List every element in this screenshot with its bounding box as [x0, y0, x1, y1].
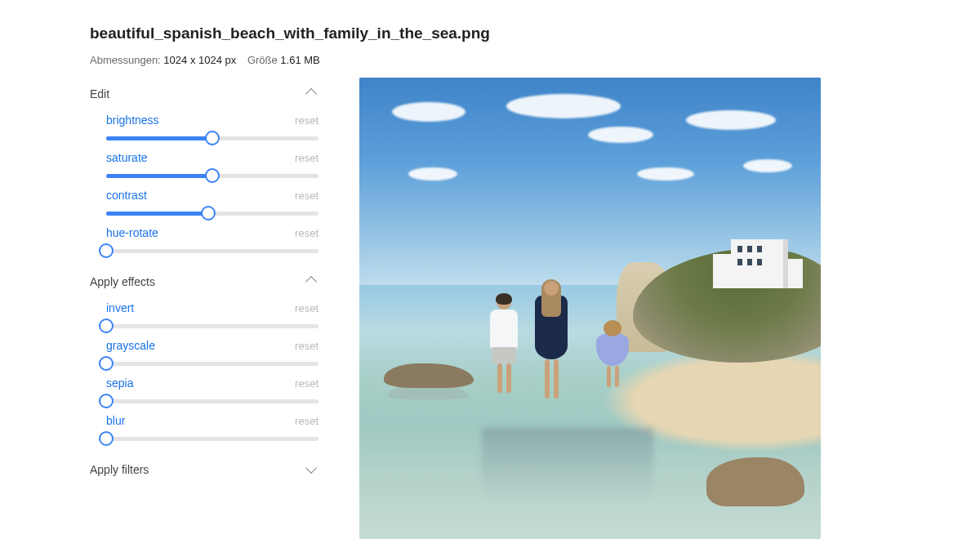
effect-control-invert: invertreset [106, 301, 318, 334]
file-title: beautiful_spanish_beach_with_family_in_t… [90, 24, 980, 42]
chevron-down-icon [305, 462, 317, 474]
edit-controls: brightnessresetsaturateresetcontrastrese… [90, 110, 318, 265]
section-filters-label: Apply filters [90, 463, 149, 476]
slider-thumb-hue-rotate[interactable] [99, 243, 114, 258]
section-effects-header[interactable]: Apply effects [90, 265, 318, 298]
edit-control-brightness: brightnessreset [106, 114, 318, 146]
preview-scene [359, 78, 821, 539]
reset-grayscale[interactable]: reset [295, 340, 318, 352]
slider-label-blur: blur [106, 414, 125, 427]
effect-controls: invertresetgrayscaleresetsepiaresetblurr… [90, 298, 318, 453]
slider-sepia[interactable] [106, 393, 318, 409]
figure-boy [490, 295, 518, 393]
slider-thumb-invert[interactable] [99, 318, 114, 333]
reset-sepia[interactable]: reset [295, 377, 318, 390]
slider-contrast[interactable] [106, 205, 318, 221]
figure-woman [535, 281, 568, 399]
section-effects-label: Apply effects [90, 275, 155, 288]
section-filters-header[interactable]: Apply filters [90, 453, 318, 486]
slider-grayscale[interactable] [106, 355, 318, 372]
dimensions-value: 1024 x 1024 px [163, 54, 236, 66]
dimensions-label: Abmessungen: [90, 54, 161, 66]
reset-brightness[interactable]: reset [295, 114, 318, 127]
slider-label-hue-rotate: hue-rotate [106, 226, 158, 239]
sidebar: Edit brightnessresetsaturateresetcontras… [90, 78, 318, 539]
effect-control-blur: blurreset [106, 414, 318, 447]
effect-control-grayscale: grayscalereset [106, 339, 318, 372]
size-label: Größe [247, 54, 278, 66]
chevron-up-icon [305, 276, 317, 287]
slider-thumb-contrast[interactable] [201, 206, 216, 220]
slider-brightness[interactable] [106, 130, 318, 146]
reset-saturate[interactable]: reset [295, 152, 318, 164]
size-value: 1.61 MB [280, 54, 319, 66]
slider-thumb-sepia[interactable] [99, 394, 114, 408]
slider-label-sepia: sepia [106, 376, 133, 390]
slider-label-invert: invert [106, 301, 134, 314]
slider-blur[interactable] [106, 430, 318, 447]
reset-contrast[interactable]: reset [295, 189, 318, 202]
figure-girl [596, 322, 629, 387]
slider-hue-rotate[interactable] [106, 243, 318, 259]
reset-hue-rotate[interactable]: reset [295, 227, 318, 239]
file-meta: Abmessungen: 1024 x 1024 px Größe 1.61 M… [90, 54, 980, 66]
slider-label-contrast: contrast [106, 189, 147, 202]
section-edit-header[interactable]: Edit [90, 78, 318, 110]
slider-thumb-brightness[interactable] [205, 131, 220, 145]
slider-label-saturate: saturate [106, 151, 148, 164]
slider-label-brightness: brightness [106, 114, 159, 127]
slider-thumb-grayscale[interactable] [99, 356, 114, 371]
slider-saturate[interactable] [106, 167, 318, 184]
slider-label-grayscale: grayscale [106, 339, 155, 352]
slider-thumb-saturate[interactable] [205, 168, 220, 183]
edit-control-hue-rotate: hue-rotatereset [106, 226, 318, 259]
slider-invert[interactable] [106, 318, 318, 334]
chevron-up-icon [305, 88, 317, 100]
effect-control-sepia: sepiareset [106, 376, 318, 409]
edit-control-saturate: saturatereset [106, 151, 318, 184]
section-edit-label: Edit [90, 87, 109, 100]
edit-control-contrast: contrastreset [106, 189, 318, 221]
slider-thumb-blur[interactable] [99, 431, 114, 446]
reset-invert[interactable]: reset [295, 302, 318, 314]
image-preview [359, 78, 821, 539]
reset-blur[interactable]: reset [295, 415, 318, 427]
